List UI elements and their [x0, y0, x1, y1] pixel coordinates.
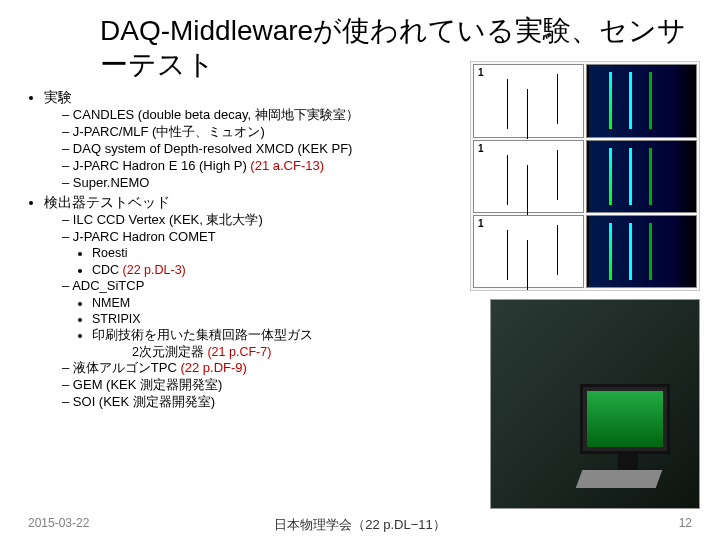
- list-item: 印刷技術を用いた集積回路一体型ガス2次元測定器 (21 p.CF-7): [92, 327, 440, 360]
- list-item: ILC CCD Vertex (KEK, 東北大学): [62, 212, 440, 229]
- section-head: 実験 CANDLES (double beta decay, 神岡地下実験室） …: [44, 89, 440, 191]
- footer-center: 日本物理学会（22 p.DL−11）: [274, 516, 446, 534]
- section-head: 検出器テストベッド ILC CCD Vertex (KEK, 東北大学) J-P…: [44, 194, 440, 411]
- list-item: NMEM: [92, 295, 440, 311]
- plot-grid-image: [470, 61, 700, 291]
- list-item: CDC (22 p.DL-3): [92, 262, 440, 278]
- list-item: CANDLES (double beta decay, 神岡地下実験室）: [62, 107, 440, 124]
- list-item: Super.NEMO: [62, 175, 440, 192]
- list-item: DAQ system of Depth-resolved XMCD (KEK P…: [62, 141, 440, 158]
- list-item: J-PARC Hadron COMET Roesti CDC (22 p.DL-…: [62, 229, 440, 278]
- page-number: 12: [679, 516, 692, 530]
- footer-date: 2015-03-22: [28, 516, 89, 530]
- list-item: SOI (KEK 測定器開発室): [62, 394, 440, 411]
- list-item: GEM (KEK 測定器開発室): [62, 377, 440, 394]
- list-item: 液体アルゴンTPC (22 p.DF-9): [62, 360, 440, 377]
- body-text: 実験 CANDLES (double beta decay, 神岡地下実験室） …: [20, 89, 440, 412]
- slide-footer: 2015-03-22 日本物理学会（22 p.DL−11） 12: [0, 516, 720, 530]
- list-item: J-PARC Hadron E 16 (High P) (21 a.CF-13): [62, 158, 440, 175]
- equipment-photo: [490, 299, 700, 509]
- list-item: ADC_SiTCP NMEM STRIPIX 印刷技術を用いた集積回路一体型ガス…: [62, 278, 440, 360]
- list-item: STRIPIX: [92, 311, 440, 327]
- list-item: J-PARC/MLF (中性子、ミュオン): [62, 124, 440, 141]
- list-item: Roesti: [92, 245, 440, 261]
